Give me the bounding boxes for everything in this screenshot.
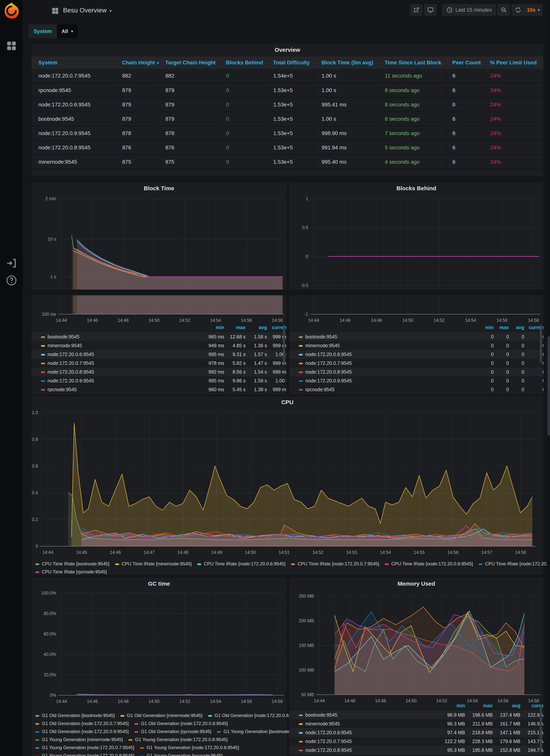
variable-value-dropdown[interactable]: All ▾ xyxy=(57,24,78,38)
table-cell-difficulty: 1.54e+5 xyxy=(266,69,315,83)
series-color-swatch[interactable] xyxy=(299,715,303,716)
legend-item[interactable]: G1 Old Generation [node:172.20.0.7:9545] xyxy=(35,721,129,726)
memory-used-chart[interactable]: 14:4414:4614:4814:5014:5214:5414:5614:58… xyxy=(289,589,543,706)
series-color-swatch[interactable] xyxy=(299,354,303,355)
series-color-swatch[interactable] xyxy=(299,372,303,373)
legend-scrollbar[interactable] xyxy=(540,325,542,363)
panel-title-cpu[interactable]: CPU xyxy=(32,399,543,406)
grafana-logo-icon[interactable] xyxy=(2,2,21,20)
column-header[interactable]: Block Time (5m avg) xyxy=(315,57,378,69)
panel-title-gc-time[interactable]: GC time xyxy=(32,580,286,587)
table-cell-behind: 0 xyxy=(219,155,266,169)
legend-item[interactable]: G1 Young Generation [node:172.20.0.6:954… xyxy=(129,737,227,742)
cpu-chart[interactable]: 14:4414:4514:4614:4714:4814:4914:5014:51… xyxy=(32,408,543,559)
series-color-swatch[interactable] xyxy=(299,723,303,725)
blocks-behind-chart[interactable]: 14:4414:4614:4814:5014:5214:5414:5614:58… xyxy=(289,188,543,324)
legend-series-name[interactable]: node:172.20.0.8:9545 xyxy=(299,746,352,754)
legend-item[interactable]: CPU Time IRate [minernode:9545] xyxy=(115,561,192,567)
legend-item[interactable]: G1 Old Generation [node:172.20.0.8:9545] xyxy=(134,721,228,726)
legend-item[interactable]: CPU Time IRate [node:172.20.0.8:9545] xyxy=(385,561,473,567)
legend-item[interactable]: CPU Time IRate [node:172.20.0.6:9545] xyxy=(197,561,285,567)
legend-item[interactable]: G1 Young Generation [node:172.20.0.7:954… xyxy=(35,745,134,750)
legend-item[interactable]: G1 Old Generation [node:172.20.0.6:9545] xyxy=(208,713,302,718)
legend-series-name[interactable]: bootnode:9545 xyxy=(41,332,79,341)
column-header[interactable]: % Peer Limit Used xyxy=(483,57,543,69)
series-color-swatch[interactable] xyxy=(299,336,303,338)
sign-in-icon[interactable] xyxy=(6,257,17,269)
legend-series-name[interactable]: rpcnode:9545 xyxy=(41,385,77,392)
column-header[interactable]: Blocks Behind xyxy=(219,57,266,69)
legend-stat-min[interactable]: min xyxy=(438,703,465,708)
series-color-swatch[interactable] xyxy=(41,354,45,355)
series-color-swatch[interactable] xyxy=(299,380,303,382)
legend-series-name[interactable]: node:172.20.0.9:9545 xyxy=(299,376,352,385)
series-color-swatch[interactable] xyxy=(41,345,45,347)
legend-item[interactable]: G1 Old Generation [rpcnode:9545] xyxy=(134,729,211,734)
legend-item[interactable]: G1 Young Generation [node:172.20.0.9:954… xyxy=(35,753,134,756)
legend-series-name[interactable]: bootnode:9545 xyxy=(299,332,337,341)
legend-series-name[interactable]: node:172.20.0.7:9545 xyxy=(299,359,352,367)
legend-item[interactable]: CPU Time IRate [node:172.20.0.9:9545] xyxy=(479,561,550,567)
legend-stat-current[interactable]: current xyxy=(262,325,286,330)
legend-series-name[interactable]: node:172.20.0.8:9545 xyxy=(41,367,94,376)
legend-scrollbar[interactable] xyxy=(540,705,542,751)
legend-series-name[interactable]: node:172.20.0.6:9545 xyxy=(299,350,352,359)
dashboards-icon[interactable] xyxy=(6,40,17,52)
legend-item[interactable]: CPU Time IRate [node:172.20.0.7:9545] xyxy=(291,561,379,567)
legend-series-name[interactable]: rpcnode:9545 xyxy=(299,385,335,392)
svg-text:14:50: 14:50 xyxy=(148,699,159,704)
panel-title-memory-used[interactable]: Memory Used xyxy=(289,580,543,587)
legend-series-name[interactable]: node:172.20.0.7:9545 xyxy=(41,359,94,367)
legend-series-name[interactable]: node:172.20.0.9:9545 xyxy=(41,376,94,385)
series-color-swatch[interactable] xyxy=(41,380,45,382)
series-color-swatch[interactable] xyxy=(299,732,303,734)
legend-item[interactable]: G1 Old Generation [node:172.20.0.9:9545] xyxy=(35,729,129,734)
series-color-swatch[interactable] xyxy=(299,345,303,347)
legend-item[interactable]: G1 Young Generation [minernode:9545] xyxy=(35,737,123,742)
legend-series-name[interactable]: minernode:9545 xyxy=(299,719,340,728)
column-header[interactable]: System xyxy=(32,57,115,69)
column-header[interactable]: Peer Count xyxy=(445,57,483,69)
dashboard-title[interactable]: Besu Overview▾ xyxy=(63,6,112,14)
zoom-out-button[interactable] xyxy=(498,4,510,16)
panel-title-overview[interactable]: Overview xyxy=(32,47,543,53)
refresh-button[interactable] xyxy=(512,4,524,15)
legend-series-name[interactable]: node:172.20.0.6:9545 xyxy=(299,728,352,737)
series-color-swatch[interactable] xyxy=(299,389,303,391)
series-color-swatch[interactable] xyxy=(41,363,45,364)
column-header[interactable]: Chain Height ▼ xyxy=(115,57,158,69)
legend-item[interactable]: G1 Young Generation [node:172.20.0.8:954… xyxy=(140,745,239,750)
legend-stat-avg[interactable]: avg xyxy=(494,703,520,708)
block-time-chart[interactable]: 14:4414:4614:4814:5014:5214:5414:5614:58… xyxy=(32,188,286,324)
series-color-swatch[interactable] xyxy=(41,389,45,391)
series-color-swatch[interactable] xyxy=(299,363,303,364)
series-color-swatch[interactable] xyxy=(41,372,45,373)
legend-series-name[interactable]: bootnode:9545 xyxy=(299,711,337,719)
legend-item[interactable]: G1 Old Generation [bootnode:9545] xyxy=(35,713,115,718)
legend-series-name[interactable]: node:172.20.0.8:9545 xyxy=(299,367,352,376)
refresh-interval-dropdown[interactable]: 10s ▾ xyxy=(524,4,542,15)
column-header[interactable]: Target Chain Height xyxy=(158,57,219,69)
legend-item[interactable]: G1 Young Generation [rpcnode:9545] xyxy=(140,753,222,756)
series-color-swatch[interactable] xyxy=(299,750,303,751)
legend-item[interactable]: CPU Time IRate [rpcnode:9545] xyxy=(35,569,107,575)
series-color-swatch[interactable] xyxy=(299,741,303,742)
legend-stat-max[interactable]: max xyxy=(466,703,493,708)
legend-item[interactable]: CPU Time IRate [bootnode:9545] xyxy=(35,561,109,567)
share-button[interactable] xyxy=(410,4,422,16)
help-icon[interactable] xyxy=(6,275,17,286)
time-range-picker[interactable]: Last 15 minutes xyxy=(442,4,496,16)
gc-time-chart[interactable]: 14:4414:4614:4814:5014:5214:5414:5614:58… xyxy=(32,589,286,707)
tv-mode-button[interactable] xyxy=(424,4,437,16)
series-color-swatch[interactable] xyxy=(41,336,45,338)
legend-series-name[interactable]: node:172.20.0.7:9545 xyxy=(299,737,352,746)
page-scrollbar-thumb[interactable] xyxy=(548,336,550,435)
legend-stat-current[interactable]: current xyxy=(518,325,543,330)
legend-scrollbar[interactable] xyxy=(283,325,285,363)
legend-item[interactable]: G1 Old Generation [minernode:9545] xyxy=(121,713,202,718)
column-header[interactable]: Time Since Last Block xyxy=(378,57,445,69)
legend-series-name[interactable]: minernode:9545 xyxy=(299,341,340,350)
legend-series-name[interactable]: minernode:9545 xyxy=(41,341,82,350)
column-header[interactable]: Total Difficulty xyxy=(266,57,315,69)
legend-series-name[interactable]: node:172.20.0.6:9545 xyxy=(41,350,94,359)
